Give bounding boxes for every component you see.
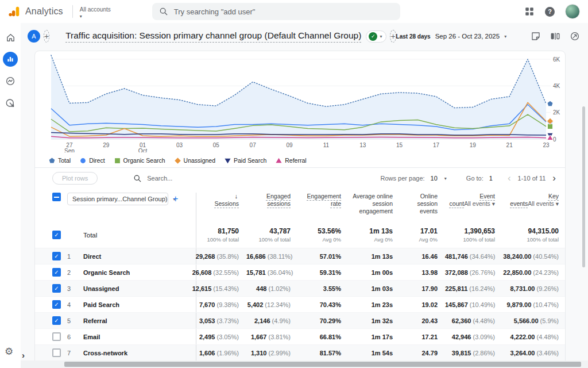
expand-nav-chevron-icon[interactable]: › bbox=[22, 350, 25, 360]
row-checkbox[interactable]: ✓ bbox=[52, 284, 61, 293]
metric-value: 70.43% bbox=[320, 301, 341, 308]
legend-label: Unassigned bbox=[184, 157, 215, 164]
dimension-selector-label: Session primary...Channel Group) bbox=[72, 195, 167, 202]
row-index: 5 bbox=[67, 317, 83, 324]
column-header-online-session-events[interactable]: Online session events bbox=[400, 193, 445, 215]
row-checkbox[interactable]: ✓ bbox=[52, 252, 61, 260]
column-filter-select[interactable]: All events ▾ bbox=[464, 200, 495, 207]
account-picker[interactable]: All accounts ▾ bbox=[80, 4, 111, 20]
legend-item-total[interactable]: Total bbox=[49, 157, 71, 164]
column-header-engaged-sessions[interactable]: Engaged sessions bbox=[246, 193, 298, 208]
metric-value: 1m 17s bbox=[372, 334, 393, 340]
channel-label: Cross-network bbox=[83, 350, 196, 356]
add-comparison-button[interactable]: + bbox=[390, 30, 396, 43]
column-header-key-events[interactable]: Key eventsAll events ▾ bbox=[502, 193, 566, 208]
sessions-trend-chart[interactable]: 02K4K6K27Sep2901Oct030507091113151719212… bbox=[38, 55, 562, 152]
global-search-input[interactable]: Try searching "add user" bbox=[152, 3, 400, 20]
horizontal-scrollbar-thumb[interactable] bbox=[64, 362, 581, 367]
row-checkbox[interactable]: ✓ bbox=[52, 316, 61, 325]
nav-explore-icon[interactable] bbox=[3, 74, 18, 89]
metric-cell: 62,360 (4.48%) bbox=[445, 317, 502, 324]
legend-item-referral[interactable]: Referral bbox=[276, 157, 306, 164]
nav-reports-icon[interactable] bbox=[3, 52, 18, 67]
metric-percent: (38.11%) bbox=[266, 253, 293, 260]
nav-advertising-icon[interactable] bbox=[3, 95, 18, 110]
report-status-control[interactable]: ✓ ▾ bbox=[366, 30, 386, 43]
metric-value: 12,615 bbox=[192, 285, 212, 292]
svg-text:11: 11 bbox=[323, 142, 330, 148]
select-all-checkbox[interactable] bbox=[52, 193, 61, 201]
insights-icon[interactable] bbox=[570, 31, 580, 41]
metric-value: 62,360 bbox=[452, 317, 471, 324]
metric-cell: 3.55% bbox=[298, 285, 349, 292]
apps-grid-icon[interactable] bbox=[524, 6, 535, 17]
series-end-marker-referral bbox=[547, 135, 554, 140]
column-header-label: Engagement rate bbox=[307, 193, 341, 207]
go-to-label: Go to: bbox=[466, 175, 483, 182]
legend-item-direct[interactable]: Direct bbox=[80, 157, 105, 164]
legend-item-organic-search[interactable]: Organic Search bbox=[114, 157, 165, 164]
row-checkbox[interactable] bbox=[52, 348, 61, 357]
metric-percent: (32.55%) bbox=[211, 269, 239, 276]
rows-per-page-label: Rows per page: bbox=[381, 175, 425, 182]
column-header-event-count[interactable]: Event countAll events ▾ bbox=[445, 193, 502, 208]
vertical-scrollbar[interactable] bbox=[582, 106, 585, 267]
metric-value: 57.01% bbox=[320, 253, 341, 260]
row-index: 3 bbox=[67, 285, 83, 292]
column-filter-select[interactable]: All events ▾ bbox=[528, 200, 559, 207]
date-range-picker[interactable]: Sep 26 - Oct 23, 2025 bbox=[435, 33, 500, 40]
table-row-organic-search: ✓2Organic Search26,608 (32.55%)15,781 (3… bbox=[35, 264, 565, 281]
metric-value: 5,402 bbox=[247, 301, 264, 308]
chevron-down-icon: ▾ bbox=[80, 13, 111, 20]
rows-per-page-select[interactable]: 10 bbox=[431, 175, 438, 182]
go-to-input[interactable]: 1 bbox=[489, 175, 493, 182]
metric-cell: 12,615 (15.43%) bbox=[196, 281, 246, 296]
channel-label: Unassigned bbox=[83, 285, 196, 292]
svg-text:17: 17 bbox=[433, 142, 440, 148]
plot-rows-button[interactable]: Plot rows bbox=[52, 172, 98, 185]
user-avatar[interactable] bbox=[565, 4, 580, 19]
total-row-checkbox[interactable]: ✓ bbox=[52, 231, 61, 239]
metric-value: 3.55% bbox=[323, 285, 341, 292]
top-app-bar: Analytics All accounts ▾ Try searching "… bbox=[0, 0, 588, 23]
admin-gear-icon[interactable]: ⚙ bbox=[5, 346, 13, 358]
next-page-icon[interactable]: › bbox=[551, 172, 557, 184]
total-row-label: Total bbox=[83, 232, 196, 239]
dimension-selector[interactable]: Session primary...Channel Group) ▾ bbox=[67, 193, 168, 205]
svg-text:09: 09 bbox=[286, 142, 293, 148]
notes-icon[interactable] bbox=[531, 31, 541, 41]
horizontal-scrollbar-track[interactable] bbox=[21, 361, 588, 368]
metric-cell: 9,879.00 (10.47%) bbox=[502, 301, 566, 308]
nav-home-icon[interactable] bbox=[3, 30, 18, 45]
workspace-avatar[interactable]: A bbox=[28, 30, 40, 43]
table-search-input[interactable]: Search... bbox=[133, 174, 172, 183]
row-checkbox[interactable]: ✓ bbox=[52, 268, 61, 277]
row-checkbox[interactable] bbox=[52, 332, 61, 341]
add-workspace-button[interactable]: + bbox=[44, 30, 49, 43]
analytics-logo-icon bbox=[8, 5, 21, 18]
metric-value: 8,731.00 bbox=[510, 285, 535, 292]
metric-percent: (15.43%) bbox=[211, 285, 239, 292]
legend-item-unassigned[interactable]: Unassigned bbox=[175, 157, 215, 164]
compare-reports-icon[interactable] bbox=[550, 31, 560, 41]
metric-cell: 1m 13s bbox=[349, 253, 400, 260]
help-icon[interactable]: ? bbox=[545, 7, 555, 17]
table-total-row: ✓ Total 81,750100% of total43,787100% of… bbox=[35, 222, 565, 248]
metric-percent: (5.9%) bbox=[539, 317, 559, 324]
svg-text:03: 03 bbox=[176, 142, 183, 148]
metric-cell: 2,495 (3.05%) bbox=[196, 329, 246, 344]
channel-label: Referral bbox=[83, 317, 196, 324]
svg-text:Sep: Sep bbox=[64, 148, 75, 152]
column-header-average-online-session-engagement[interactable]: Average online session engagement bbox=[349, 193, 400, 215]
metric-cell: 19.02 bbox=[400, 301, 445, 308]
metric-cell: 17.90 bbox=[400, 285, 445, 292]
previous-page-icon[interactable]: ‹ bbox=[506, 172, 512, 184]
column-header-engagement-rate[interactable]: Engagement rate bbox=[298, 193, 349, 208]
legend-item-paid-search[interactable]: Paid Search bbox=[225, 157, 266, 164]
row-checkbox[interactable]: ✓ bbox=[52, 300, 61, 309]
add-dimension-button[interactable]: + bbox=[173, 194, 178, 204]
report-title[interactable]: Traffic acquisition: Session primary cha… bbox=[65, 30, 361, 43]
diamond-marker-icon bbox=[175, 158, 181, 164]
column-header-sessions[interactable]: ↓Sessions bbox=[196, 193, 246, 222]
chevron-down-icon: ▾ bbox=[380, 34, 382, 39]
